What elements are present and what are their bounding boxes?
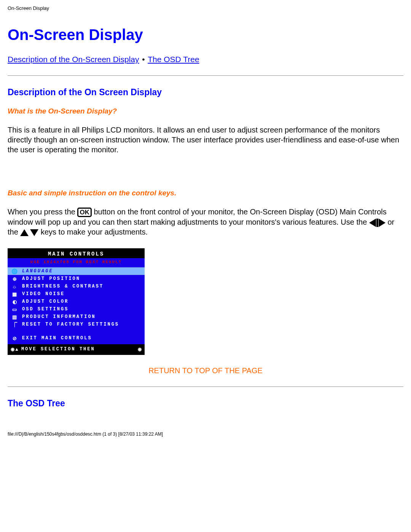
- section-description-heading: Description of the On Screen Display: [8, 87, 403, 97]
- osd-footer: ◉▲ MOVE SELECTION THEN ◉: [8, 344, 145, 354]
- osd-exit-item: ⊘EXIT MAIN CONTROLS: [8, 334, 145, 342]
- what-is-osd-heading: What is the On-Screen Display?: [8, 107, 403, 115]
- left-right-arrows-icon: [369, 219, 386, 227]
- osd-item-icon: ⊕: [11, 276, 18, 282]
- osd-item-label: ADJUST COLOR: [18, 299, 68, 304]
- osd-item-label: LANGUAGE: [18, 268, 53, 274]
- header-small-title: On-Screen Display: [8, 5, 403, 11]
- osd-gap: [8, 328, 145, 334]
- osd-menu-item: ⊕ADJUST POSITION: [8, 275, 145, 283]
- osd-footer-lead-icons: ◉▲: [11, 347, 19, 352]
- osd-item-icon: ◐: [11, 299, 18, 305]
- osd-footer-text: MOVE SELECTION THEN: [21, 347, 95, 352]
- link-description[interactable]: Description of the On-Screen Display: [8, 55, 139, 64]
- osd-item-icon: 🌐: [11, 268, 18, 274]
- return-to-top-wrapper: RETURN TO TOP OF THE PAGE: [8, 366, 403, 375]
- osd-menu-item: ◐ADJUST COLOR: [8, 298, 145, 305]
- basic-instruction-body: When you press the OK button on the fron…: [8, 207, 403, 237]
- divider: [8, 387, 403, 387]
- osd-item-label: OSD SETTINGS: [18, 307, 68, 312]
- text-part-4: keys to make your adjustments.: [41, 228, 148, 236]
- osd-main-controls-panel: MAIN CONTROLS USE 1024x768 FOR BEST RESU…: [8, 248, 145, 355]
- osd-menu-item: ▦VIDEO NOISE: [8, 290, 145, 298]
- anchor-nav: Description of the On-Screen Display • T…: [8, 55, 403, 64]
- osd-exit-icon: ⊘: [11, 335, 18, 341]
- section-osd-tree-heading: The OSD Tree: [8, 398, 403, 409]
- osd-item-icon: ▭: [11, 307, 18, 312]
- osd-item-icon: ☼: [11, 284, 18, 289]
- osd-item-icon: ▥: [11, 314, 18, 320]
- osd-menu-item: 🌐LANGUAGE: [8, 267, 145, 275]
- osd-menu-item: ⎾RESET TO FACTORY SETTINGS: [8, 321, 145, 328]
- divider: [8, 75, 403, 76]
- link-osd-tree[interactable]: The OSD Tree: [148, 55, 199, 64]
- bullet-separator: •: [141, 55, 145, 64]
- osd-menu-body: 🌐LANGUAGE⊕ADJUST POSITION☼BRIGHTNESS & C…: [8, 267, 145, 344]
- up-down-arrows-icon: [20, 229, 38, 236]
- osd-menu-item: ▭OSD SETTINGS: [8, 305, 145, 313]
- osd-exit-label: EXIT MAIN CONTROLS: [18, 335, 92, 341]
- footer-file-path: file:///D|/B/english/150s4fgbs/osd/osdde…: [8, 431, 403, 437]
- return-to-top-link[interactable]: RETURN TO TOP OF THE PAGE: [148, 366, 263, 375]
- osd-item-label: RESET TO FACTORY SETTINGS: [18, 322, 119, 327]
- osd-item-label: PRODUCT INFORMATION: [18, 314, 96, 320]
- osd-title: MAIN CONTROLS: [8, 248, 145, 258]
- osd-item-icon: ▦: [11, 291, 18, 297]
- osd-menu-item: ▥PRODUCT INFORMATION: [8, 313, 145, 321]
- osd-item-label: ADJUST POSITION: [18, 276, 80, 281]
- page-title: On-Screen Display: [8, 26, 403, 43]
- basic-instruction-heading: Basic and simple instruction on the cont…: [8, 189, 403, 197]
- text-part-1: When you press the: [8, 208, 77, 216]
- what-is-osd-body: This is a feature in all Philips LCD mon…: [8, 125, 403, 155]
- osd-resolution-hint: USE 1024x768 FOR BEST RESULT: [8, 258, 145, 267]
- ok-button-icon: OK: [77, 208, 92, 217]
- osd-item-icon: ⎾: [11, 322, 18, 328]
- osd-menu-item: ☼BRIGHTNESS & CONTRAST: [8, 283, 145, 290]
- osd-item-label: BRIGHTNESS & CONTRAST: [18, 284, 104, 289]
- osd-footer-end-icon: ◉: [138, 347, 142, 352]
- osd-item-label: VIDEO NOISE: [18, 291, 65, 297]
